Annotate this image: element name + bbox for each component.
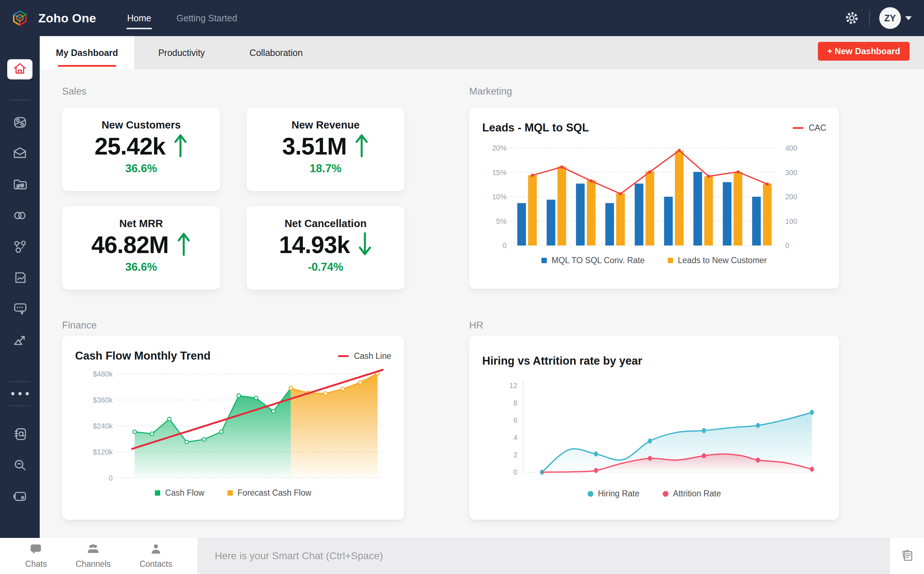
svg-text:300: 300 bbox=[785, 169, 797, 177]
notes-button[interactable] bbox=[890, 538, 924, 574]
chat-tab-contacts[interactable]: Contacts bbox=[139, 543, 172, 569]
marketing-chart-card: Leads - MQL to SQL CAC 005%10010%20015%3… bbox=[469, 107, 839, 289]
arrow-up-icon bbox=[176, 231, 191, 259]
attrition-swatch bbox=[663, 491, 669, 497]
analytics-icon bbox=[11, 331, 28, 350]
svg-text:$240k: $240k bbox=[93, 422, 113, 430]
legend-item-cashflow[interactable]: Cash Flow bbox=[155, 488, 204, 498]
svg-text:400: 400 bbox=[785, 144, 797, 152]
sidebar-item-workdrive[interactable] bbox=[11, 177, 28, 194]
chat-tabs-panel: Chats Channels Contacts bbox=[0, 538, 197, 574]
sidebar-item-books[interactable] bbox=[11, 426, 28, 443]
arrow-up-icon bbox=[173, 132, 188, 160]
kpi-delta: 18.7% bbox=[310, 162, 342, 175]
flow-links-icon bbox=[11, 207, 28, 225]
mail-icon bbox=[11, 145, 28, 163]
kpi-value: 3.51M bbox=[282, 132, 346, 160]
kpi-value: 25.42k bbox=[94, 132, 165, 160]
sidebar-item-wallet[interactable] bbox=[11, 489, 28, 505]
search-icon bbox=[11, 457, 28, 475]
sidebar-item-home[interactable] bbox=[7, 59, 33, 79]
sidebar-item-analytics[interactable] bbox=[11, 332, 28, 349]
kpi-card-new-customers[interactable]: New Customers 25.42k 36.6% bbox=[62, 107, 220, 191]
arrow-up-icon bbox=[354, 132, 369, 160]
sidebar-item-search[interactable] bbox=[11, 457, 28, 474]
brand-title: Zoho One bbox=[38, 11, 96, 25]
cash-flow-chart[interactable]: $480k$360k$240k$120k0 bbox=[75, 365, 391, 485]
sidebar-item-cliq[interactable] bbox=[11, 301, 28, 318]
documents-icon bbox=[899, 547, 915, 565]
smart-chat-input[interactable]: Here is your Smart Chat (Ctrl+Space) bbox=[197, 538, 890, 574]
legend-cac: CAC bbox=[793, 123, 826, 133]
chevron-down-icon bbox=[905, 16, 912, 20]
section-title-hr: HR bbox=[469, 320, 483, 331]
workdrive-folder-icon bbox=[11, 176, 28, 194]
kpi-value: 14.93k bbox=[279, 231, 350, 259]
kpi-delta: -0.74% bbox=[308, 261, 343, 274]
zoho-one-logo-icon[interactable] bbox=[9, 8, 30, 28]
hiring-attrition-chart[interactable]: 1286420 bbox=[482, 371, 826, 486]
svg-text:8: 8 bbox=[513, 399, 517, 407]
hr-legend: Hiring Rate Attrition Rate bbox=[482, 489, 826, 498]
finance-legend: Cash Flow Forecast Cash Flow bbox=[75, 488, 391, 498]
kpi-card-net-mrr[interactable]: Net MRR 46.82M 36.6% bbox=[62, 206, 220, 290]
mql-swatch bbox=[541, 258, 547, 263]
chat-tab-chats[interactable]: Chats bbox=[25, 543, 47, 569]
svg-text:10%: 10% bbox=[492, 193, 506, 201]
svg-text:12: 12 bbox=[509, 382, 517, 390]
tab-collaboration[interactable]: Collaboration bbox=[229, 36, 323, 69]
cash-line-swatch bbox=[338, 355, 349, 357]
kpi-card-net-cancellation[interactable]: Net Cancellation 14.93k -0.74% bbox=[247, 206, 405, 290]
app-sidebar bbox=[0, 36, 40, 538]
more-options-icon[interactable] bbox=[11, 392, 29, 395]
sidebar-divider bbox=[10, 99, 30, 100]
section-title-sales: Sales bbox=[62, 86, 87, 97]
nav-getting-started[interactable]: Getting Started bbox=[176, 9, 238, 27]
top-navigation: Home Getting Started bbox=[126, 0, 238, 36]
chart-title-leads: Leads - MQL to SQL bbox=[482, 121, 589, 134]
legend-item-attrition[interactable]: Attrition Rate bbox=[663, 489, 721, 498]
kpi-title: New Customers bbox=[101, 119, 181, 131]
kpi-value: 46.82M bbox=[91, 231, 168, 259]
channels-icon bbox=[87, 543, 100, 557]
crm-icon bbox=[11, 114, 28, 132]
tab-productivity[interactable]: Productivity bbox=[134, 36, 229, 69]
contacts-icon bbox=[151, 543, 161, 557]
sidebar-item-flow[interactable] bbox=[11, 208, 28, 224]
kpi-card-new-revenue[interactable]: New Revenue 3.51M 18.7% bbox=[247, 107, 405, 191]
tab-my-dashboard[interactable]: My Dashboard bbox=[40, 36, 134, 69]
nav-home[interactable]: Home bbox=[126, 9, 152, 27]
wallet-icon bbox=[11, 488, 28, 506]
leads-mql-sql-chart[interactable]: 005%10010%20015%30020%400 bbox=[482, 137, 826, 253]
svg-text:2: 2 bbox=[513, 451, 517, 459]
cac-line-swatch bbox=[793, 127, 803, 129]
chart-title-hiring: Hiring vs Attrition rate by year bbox=[482, 355, 642, 367]
user-menu[interactable]: ZY bbox=[879, 7, 912, 29]
home-icon bbox=[12, 61, 28, 78]
topbar-divider bbox=[869, 11, 870, 26]
sidebar-item-sign[interactable] bbox=[11, 270, 28, 287]
legend-item-hiring[interactable]: Hiring Rate bbox=[588, 489, 639, 498]
sidebar-item-connections[interactable] bbox=[11, 239, 28, 255]
svg-text:100: 100 bbox=[785, 217, 797, 225]
kpi-delta: 36.6% bbox=[125, 261, 157, 274]
svg-text:0: 0 bbox=[513, 468, 517, 476]
svg-text:20%: 20% bbox=[492, 144, 506, 152]
hiring-swatch bbox=[588, 491, 593, 497]
connections-icon bbox=[11, 238, 28, 256]
legend-item-forecast[interactable]: Forecast Cash Flow bbox=[227, 488, 312, 498]
legend-item-leads[interactable]: Leads to New Customer bbox=[668, 255, 767, 265]
svg-text:6: 6 bbox=[513, 416, 517, 424]
avatar[interactable]: ZY bbox=[879, 7, 901, 29]
sidebar-item-crm[interactable] bbox=[11, 115, 28, 131]
legend-item-mql[interactable]: MQL TO SQL Conv. Rate bbox=[541, 255, 645, 265]
new-dashboard-button[interactable]: + New Dashboard bbox=[818, 42, 910, 61]
kpi-title: Net MRR bbox=[120, 218, 163, 230]
svg-text:$120k: $120k bbox=[93, 448, 113, 456]
forecast-swatch bbox=[227, 490, 233, 496]
arrow-down-icon bbox=[358, 231, 372, 259]
sidebar-item-mail[interactable] bbox=[11, 146, 28, 162]
chat-tab-channels[interactable]: Channels bbox=[76, 543, 111, 569]
settings-gear-icon[interactable] bbox=[844, 10, 860, 26]
chart-title-cashflow: Cash Flow Monthly Trend bbox=[75, 350, 211, 363]
